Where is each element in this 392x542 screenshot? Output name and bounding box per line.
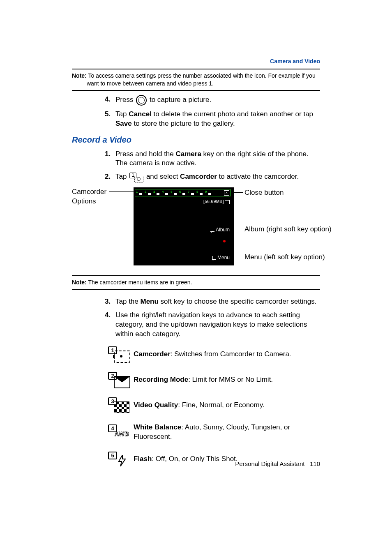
storage-label: [56.69MB]: [203, 199, 230, 205]
step-number: 4.: [105, 95, 115, 104]
step-text: Press: [115, 96, 135, 104]
section-header: Camera and Video: [72, 58, 320, 65]
pointer-icon: [212, 256, 216, 260]
toolbar-icon-5: 5: [171, 190, 177, 195]
step-text: to delete the current photo and taken an…: [152, 110, 313, 118]
setting-name: Video Quality: [134, 401, 178, 409]
step-number: 3.: [105, 297, 115, 307]
toolbar-icon-6: 6: [179, 190, 185, 195]
awb-icon: 4 AWB: [108, 424, 130, 440]
callout-line: [109, 191, 134, 192]
step-text: Use the right/left navigation keys to ad…: [115, 311, 320, 339]
toolbar-icon-9: 9: [205, 190, 211, 195]
toolbar-icon-7: 7: [188, 190, 194, 195]
step-number: 1.: [105, 150, 115, 159]
camcorder-options-label: Camcorder Options: [72, 187, 121, 206]
camcorder-icon: 1: [108, 346, 130, 362]
setting-desc: : Off, On, or Only This Shot.: [152, 455, 238, 463]
pointer-icon: [211, 228, 214, 232]
step-5: 5. Tap Cancel to delete the current phot…: [105, 110, 320, 129]
setting-name: Recording Mode: [134, 376, 188, 383]
step-1: 1. Press and hold the Camera key on the …: [105, 150, 320, 168]
step-3: 3. Tap the Menu soft key to choose the s…: [105, 297, 320, 307]
note-1: Note: To access camera settings press th…: [87, 72, 320, 88]
step-2: 2. Tap 1 and select Camcorder to activat…: [105, 172, 320, 182]
camera-label: Camera: [175, 150, 201, 158]
step-text: to capture a picture.: [150, 96, 211, 104]
record-dot-icon: [223, 240, 226, 242]
toolbar-icon-8: 8: [196, 190, 203, 195]
camcorder-toolbar: 1 2 3 4 5 6 7 8 9 ×: [135, 189, 231, 196]
divider: [72, 69, 320, 69]
close-icon: ×: [224, 190, 229, 196]
step-4: 4. Press to capture a picture.: [105, 95, 320, 106]
step-text: Tap the: [115, 298, 141, 305]
svg-marker-0: [119, 455, 125, 466]
step-4b: 4. Use the right/left navigation keys to…: [105, 311, 320, 339]
flash-icon: 5: [108, 452, 130, 467]
callout-menu: Menu (left soft key option): [244, 253, 325, 262]
toolbar-icon-4: 4: [162, 190, 168, 195]
menu-label: Menu: [141, 298, 159, 305]
callout-close-button: Close button: [244, 188, 284, 198]
callout-line: [231, 192, 243, 193]
page-footer: Personal Digital Assistant 110: [235, 460, 320, 468]
manual-page: Camera and Video Note: To access camera …: [0, 0, 392, 542]
setting-white-balance: 4 AWB White Balance: Auto, Sunny, Cloudy…: [108, 423, 320, 442]
setting-recording-mode: 2 Recording Mode: Limit for MMS or No Li…: [108, 372, 320, 387]
setting-desc: : Switches from Camcorder to Camera.: [171, 350, 291, 358]
setting-camcorder: 1 Camcorder: Switches from Camcorder to …: [108, 346, 320, 362]
step-text: Tap: [115, 173, 129, 180]
settings-icon-list: 1 Camcorder: Switches from Camcorder to …: [72, 346, 320, 467]
step-number: 5.: [105, 110, 115, 119]
camcorder-diagram: Camcorder Options 1 2 3 4 5 6 7 8 9 × [5…: [72, 187, 320, 270]
setting-video-quality: 3 Video Quality: Fine, Normal, or Econom…: [108, 397, 320, 413]
menu-softkey: Menu: [212, 254, 230, 261]
ordered-list-a: 4. Press to capture a picture. 5. Tap Ca…: [72, 95, 320, 129]
ordered-list-c: 3. Tap the Menu soft key to choose the s…: [72, 297, 320, 339]
album-softkey: Album: [211, 226, 230, 233]
toolbar-icon-1: 1: [136, 190, 142, 195]
setting-desc: : Fine, Normal, or Economy.: [178, 401, 264, 409]
setting-name: Camcorder: [134, 350, 171, 358]
cancel-label: Cancel: [129, 110, 152, 118]
toolbar-icon-2: 2: [145, 190, 151, 195]
step-text: to activate the camcorder.: [217, 173, 299, 180]
save-label: Save: [115, 120, 132, 127]
step-text: soft key to choose the specific camcorde…: [159, 298, 317, 305]
ordered-list-b: 1. Press and hold the Camera key on the …: [72, 150, 320, 182]
step-number: 4.: [105, 311, 115, 320]
envelope-icon: 2: [108, 372, 130, 387]
callout-line: [230, 229, 243, 229]
camcorder-screen: 1 2 3 4 5 6 7 8 9 × [56.69MB] Album M: [134, 187, 234, 265]
step-text: Tap: [115, 110, 129, 118]
divider: [72, 289, 320, 290]
checker-icon: 3: [108, 397, 130, 413]
shutter-button-icon: [136, 95, 147, 106]
step-text: and select: [146, 173, 180, 180]
divider: [72, 275, 320, 276]
toolbar-icon-3: 3: [153, 190, 159, 195]
subheading-record-video: Record a Video: [72, 134, 320, 145]
step-text: to store the picture to the gallery.: [132, 120, 235, 127]
step-number: 2.: [105, 172, 115, 182]
callout-album: Album (right soft key option): [244, 225, 332, 234]
setting-name: White Balance: [134, 423, 181, 431]
callout-line: [230, 257, 243, 257]
setting-name: Flash: [134, 455, 152, 463]
note-2: Note: The camcorder menu items are in gr…: [87, 279, 320, 286]
step-text: Press and hold the: [115, 150, 175, 158]
mode-switch-icon: 1: [129, 173, 143, 182]
setting-desc: : Limit for MMS or No Limit.: [188, 376, 273, 383]
divider: [72, 90, 320, 91]
camcorder-label: Camcorder: [180, 173, 217, 180]
